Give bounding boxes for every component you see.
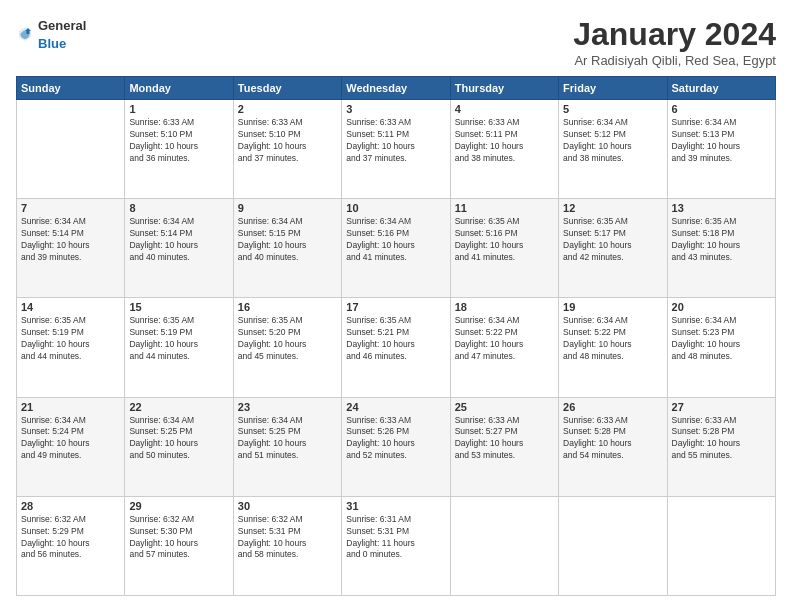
day-number: 16 <box>238 301 337 313</box>
day-info: Sunrise: 6:32 AM Sunset: 5:30 PM Dayligh… <box>129 514 228 562</box>
day-info: Sunrise: 6:33 AM Sunset: 5:10 PM Dayligh… <box>129 117 228 165</box>
calendar-cell: 9Sunrise: 6:34 AM Sunset: 5:15 PM Daylig… <box>233 199 341 298</box>
calendar-cell: 23Sunrise: 6:34 AM Sunset: 5:25 PM Dayli… <box>233 397 341 496</box>
calendar-subtitle: Ar Radisiyah Qibli, Red Sea, Egypt <box>573 53 776 68</box>
day-info: Sunrise: 6:34 AM Sunset: 5:15 PM Dayligh… <box>238 216 337 264</box>
calendar-cell: 15Sunrise: 6:35 AM Sunset: 5:19 PM Dayli… <box>125 298 233 397</box>
day-number: 3 <box>346 103 445 115</box>
page: General Blue January 2024 Ar Radisiyah Q… <box>0 0 792 612</box>
col-header-sunday: Sunday <box>17 77 125 100</box>
calendar-cell: 4Sunrise: 6:33 AM Sunset: 5:11 PM Daylig… <box>450 100 558 199</box>
calendar-cell: 18Sunrise: 6:34 AM Sunset: 5:22 PM Dayli… <box>450 298 558 397</box>
day-number: 2 <box>238 103 337 115</box>
week-row-3: 21Sunrise: 6:34 AM Sunset: 5:24 PM Dayli… <box>17 397 776 496</box>
calendar-cell: 22Sunrise: 6:34 AM Sunset: 5:25 PM Dayli… <box>125 397 233 496</box>
day-number: 25 <box>455 401 554 413</box>
day-number: 13 <box>672 202 771 214</box>
day-number: 12 <box>563 202 662 214</box>
day-info: Sunrise: 6:34 AM Sunset: 5:25 PM Dayligh… <box>129 415 228 463</box>
calendar-cell: 2Sunrise: 6:33 AM Sunset: 5:10 PM Daylig… <box>233 100 341 199</box>
logo: General Blue <box>16 16 86 52</box>
day-number: 22 <box>129 401 228 413</box>
day-number: 7 <box>21 202 120 214</box>
day-info: Sunrise: 6:33 AM Sunset: 5:26 PM Dayligh… <box>346 415 445 463</box>
day-number: 20 <box>672 301 771 313</box>
week-row-2: 14Sunrise: 6:35 AM Sunset: 5:19 PM Dayli… <box>17 298 776 397</box>
col-header-friday: Friday <box>559 77 667 100</box>
calendar-cell: 5Sunrise: 6:34 AM Sunset: 5:12 PM Daylig… <box>559 100 667 199</box>
calendar-cell: 27Sunrise: 6:33 AM Sunset: 5:28 PM Dayli… <box>667 397 775 496</box>
day-info: Sunrise: 6:35 AM Sunset: 5:17 PM Dayligh… <box>563 216 662 264</box>
calendar-title: January 2024 <box>573 16 776 53</box>
day-info: Sunrise: 6:35 AM Sunset: 5:16 PM Dayligh… <box>455 216 554 264</box>
calendar-cell: 11Sunrise: 6:35 AM Sunset: 5:16 PM Dayli… <box>450 199 558 298</box>
day-info: Sunrise: 6:33 AM Sunset: 5:10 PM Dayligh… <box>238 117 337 165</box>
day-number: 5 <box>563 103 662 115</box>
day-number: 9 <box>238 202 337 214</box>
day-info: Sunrise: 6:33 AM Sunset: 5:11 PM Dayligh… <box>346 117 445 165</box>
day-info: Sunrise: 6:33 AM Sunset: 5:28 PM Dayligh… <box>672 415 771 463</box>
header-row: SundayMondayTuesdayWednesdayThursdayFrid… <box>17 77 776 100</box>
day-number: 6 <box>672 103 771 115</box>
day-number: 28 <box>21 500 120 512</box>
day-number: 26 <box>563 401 662 413</box>
day-info: Sunrise: 6:34 AM Sunset: 5:16 PM Dayligh… <box>346 216 445 264</box>
calendar-cell: 29Sunrise: 6:32 AM Sunset: 5:30 PM Dayli… <box>125 496 233 595</box>
calendar-cell <box>667 496 775 595</box>
calendar-cell: 1Sunrise: 6:33 AM Sunset: 5:10 PM Daylig… <box>125 100 233 199</box>
day-info: Sunrise: 6:34 AM Sunset: 5:24 PM Dayligh… <box>21 415 120 463</box>
calendar-cell: 21Sunrise: 6:34 AM Sunset: 5:24 PM Dayli… <box>17 397 125 496</box>
calendar-cell: 19Sunrise: 6:34 AM Sunset: 5:22 PM Dayli… <box>559 298 667 397</box>
logo-general: General <box>38 18 86 33</box>
day-info: Sunrise: 6:35 AM Sunset: 5:19 PM Dayligh… <box>21 315 120 363</box>
day-number: 30 <box>238 500 337 512</box>
calendar-cell <box>559 496 667 595</box>
day-number: 10 <box>346 202 445 214</box>
day-number: 1 <box>129 103 228 115</box>
calendar-cell: 17Sunrise: 6:35 AM Sunset: 5:21 PM Dayli… <box>342 298 450 397</box>
col-header-tuesday: Tuesday <box>233 77 341 100</box>
calendar-cell: 13Sunrise: 6:35 AM Sunset: 5:18 PM Dayli… <box>667 199 775 298</box>
day-number: 29 <box>129 500 228 512</box>
day-number: 11 <box>455 202 554 214</box>
calendar-cell: 30Sunrise: 6:32 AM Sunset: 5:31 PM Dayli… <box>233 496 341 595</box>
day-number: 27 <box>672 401 771 413</box>
day-info: Sunrise: 6:35 AM Sunset: 5:21 PM Dayligh… <box>346 315 445 363</box>
day-info: Sunrise: 6:33 AM Sunset: 5:11 PM Dayligh… <box>455 117 554 165</box>
day-info: Sunrise: 6:34 AM Sunset: 5:12 PM Dayligh… <box>563 117 662 165</box>
calendar-cell: 31Sunrise: 6:31 AM Sunset: 5:31 PM Dayli… <box>342 496 450 595</box>
day-number: 17 <box>346 301 445 313</box>
day-info: Sunrise: 6:34 AM Sunset: 5:14 PM Dayligh… <box>129 216 228 264</box>
day-number: 23 <box>238 401 337 413</box>
calendar-cell: 7Sunrise: 6:34 AM Sunset: 5:14 PM Daylig… <box>17 199 125 298</box>
day-number: 14 <box>21 301 120 313</box>
calendar-cell: 10Sunrise: 6:34 AM Sunset: 5:16 PM Dayli… <box>342 199 450 298</box>
calendar-cell <box>450 496 558 595</box>
calendar-cell: 20Sunrise: 6:34 AM Sunset: 5:23 PM Dayli… <box>667 298 775 397</box>
calendar-cell: 6Sunrise: 6:34 AM Sunset: 5:13 PM Daylig… <box>667 100 775 199</box>
title-block: January 2024 Ar Radisiyah Qibli, Red Sea… <box>573 16 776 68</box>
day-info: Sunrise: 6:34 AM Sunset: 5:22 PM Dayligh… <box>563 315 662 363</box>
calendar-cell: 26Sunrise: 6:33 AM Sunset: 5:28 PM Dayli… <box>559 397 667 496</box>
day-info: Sunrise: 6:34 AM Sunset: 5:22 PM Dayligh… <box>455 315 554 363</box>
calendar-cell: 25Sunrise: 6:33 AM Sunset: 5:27 PM Dayli… <box>450 397 558 496</box>
header: General Blue January 2024 Ar Radisiyah Q… <box>16 16 776 68</box>
day-number: 31 <box>346 500 445 512</box>
col-header-monday: Monday <box>125 77 233 100</box>
day-number: 15 <box>129 301 228 313</box>
calendar-cell: 12Sunrise: 6:35 AM Sunset: 5:17 PM Dayli… <box>559 199 667 298</box>
day-info: Sunrise: 6:33 AM Sunset: 5:27 PM Dayligh… <box>455 415 554 463</box>
logo-blue: Blue <box>38 36 66 51</box>
day-info: Sunrise: 6:35 AM Sunset: 5:20 PM Dayligh… <box>238 315 337 363</box>
col-header-thursday: Thursday <box>450 77 558 100</box>
col-header-wednesday: Wednesday <box>342 77 450 100</box>
calendar-table: SundayMondayTuesdayWednesdayThursdayFrid… <box>16 76 776 596</box>
day-number: 4 <box>455 103 554 115</box>
calendar-cell: 16Sunrise: 6:35 AM Sunset: 5:20 PM Dayli… <box>233 298 341 397</box>
day-info: Sunrise: 6:35 AM Sunset: 5:18 PM Dayligh… <box>672 216 771 264</box>
day-info: Sunrise: 6:34 AM Sunset: 5:14 PM Dayligh… <box>21 216 120 264</box>
week-row-1: 7Sunrise: 6:34 AM Sunset: 5:14 PM Daylig… <box>17 199 776 298</box>
logo-text: General Blue <box>38 16 86 52</box>
calendar-cell: 14Sunrise: 6:35 AM Sunset: 5:19 PM Dayli… <box>17 298 125 397</box>
week-row-4: 28Sunrise: 6:32 AM Sunset: 5:29 PM Dayli… <box>17 496 776 595</box>
